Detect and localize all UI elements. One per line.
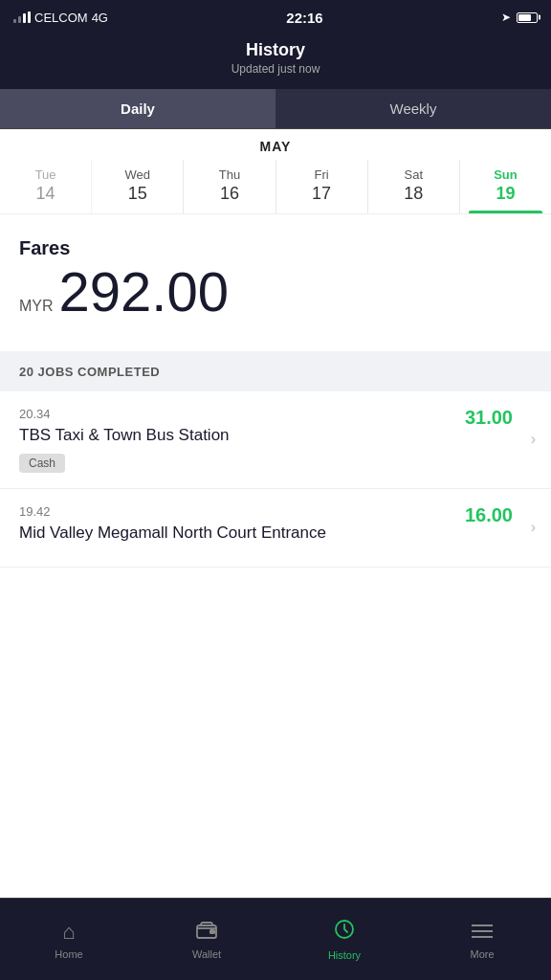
cal-day-num-sat: 18 [368, 184, 459, 204]
status-icons: ➤ [501, 11, 538, 24]
nav-home[interactable]: ⌂ Home [0, 899, 138, 980]
job-badge-1: Cash [19, 454, 65, 473]
calendar-month: MAY [0, 129, 551, 160]
tab-weekly[interactable]: Weekly [276, 89, 551, 128]
jobs-header: 20 JOBS COMPLETED [0, 351, 551, 391]
cal-day-wed[interactable]: Wed 15 [92, 160, 184, 213]
cal-day-num-tue: 14 [0, 184, 91, 204]
cal-day-num-fri: 17 [276, 184, 367, 204]
fares-label: Fares [19, 237, 532, 259]
cal-day-name-thu: Thu [184, 167, 275, 182]
location-icon: ➤ [501, 11, 511, 24]
history-icon [334, 919, 355, 946]
cal-day-sat[interactable]: Sat 18 [368, 160, 460, 213]
nav-history-label: History [328, 949, 361, 961]
cal-day-sun[interactable]: Sun 19 [460, 160, 551, 213]
carrier-label: CELCOM [34, 11, 88, 25]
chevron-right-icon-2: › [531, 519, 536, 536]
calendar-section: MAY Tue 14 Wed 15 Thu 16 Fri 17 Sat 18 S… [0, 129, 551, 214]
bottom-nav: ⌂ Home Wallet History [0, 898, 551, 980]
job-amount-1: 31.00 [465, 407, 513, 429]
cal-day-name-wed: Wed [92, 167, 183, 182]
signal-icon [13, 11, 31, 23]
cal-day-name-sat: Sat [368, 167, 459, 182]
job-item-2[interactable]: 19.42 Mid Valley Megamall North Court En… [0, 489, 551, 568]
job-time-1: 20.34 [19, 407, 532, 421]
nav-wallet[interactable]: Wallet [138, 899, 276, 980]
job-time-2: 19.42 [19, 504, 532, 519]
jobs-count-label: 20 JOBS COMPLETED [19, 365, 160, 379]
wallet-icon [196, 920, 217, 945]
battery-icon [517, 12, 538, 23]
nav-home-label: Home [55, 948, 82, 960]
cal-day-name-tue: Tue [0, 167, 91, 182]
cal-day-thu[interactable]: Thu 16 [184, 160, 276, 213]
home-icon: ⌂ [62, 920, 75, 945]
cal-day-name-sun: Sun [460, 167, 551, 182]
svg-rect-1 [209, 929, 215, 934]
fares-currency: MYR [19, 298, 54, 315]
cal-day-name-fri: Fri [276, 167, 367, 182]
nav-more-label: More [470, 948, 494, 960]
chevron-right-icon-1: › [531, 431, 536, 448]
cal-day-tue[interactable]: Tue 14 [0, 160, 92, 213]
carrier-info: CELCOM 4G [13, 11, 108, 25]
nav-more[interactable]: More [413, 899, 551, 980]
network-label: 4G [92, 11, 108, 25]
calendar-days: Tue 14 Wed 15 Thu 16 Fri 17 Sat 18 Sun 1… [0, 160, 551, 213]
nav-history[interactable]: History [276, 899, 413, 980]
page-subtitle: Updated just now [0, 62, 551, 76]
page-header: History Updated just now [0, 34, 551, 89]
nav-wallet-label: Wallet [192, 948, 221, 960]
job-amount-2: 16.00 [465, 504, 513, 526]
cal-day-num-sun: 19 [460, 184, 551, 204]
tab-daily[interactable]: Daily [0, 89, 276, 128]
more-icon [472, 920, 493, 945]
job-location-1: TBS Taxi & Town Bus Station [19, 425, 532, 446]
job-item-1[interactable]: 20.34 TBS Taxi & Town Bus Station Cash 3… [0, 391, 551, 489]
page-title: History [0, 40, 551, 60]
tab-toggle: Daily Weekly [0, 89, 551, 129]
cal-day-num-thu: 16 [184, 184, 275, 204]
job-location-2: Mid Valley Megamall North Court Entrance [19, 523, 532, 544]
fares-section: Fares MYR 292.00 [0, 214, 551, 351]
status-bar: CELCOM 4G 22:16 ➤ [0, 0, 551, 34]
fares-amount: 292.00 [59, 261, 229, 323]
status-time: 22:16 [286, 10, 322, 26]
cal-day-num-wed: 15 [92, 184, 183, 204]
cal-day-fri[interactable]: Fri 17 [276, 160, 368, 213]
